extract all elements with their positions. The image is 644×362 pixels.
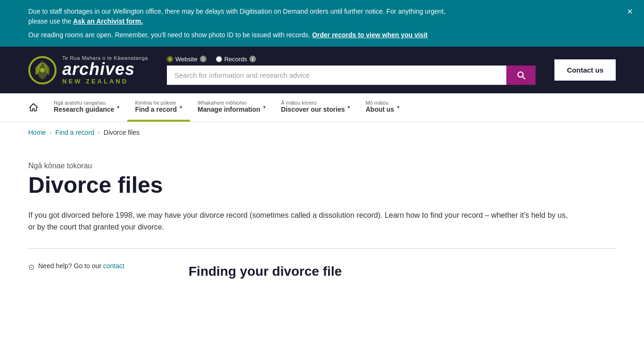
home-icon bbox=[28, 102, 39, 113]
logo-area: Te Rua Mahara o te Kāwanatanga aRCHIVeS … bbox=[28, 55, 148, 85]
banner-line2: Our reading rooms are open. Remember, yo… bbox=[28, 30, 616, 40]
nav-research-guidance-content: Ngā aratohu rangahau Research guidance bbox=[54, 100, 114, 113]
page-intro: If you got divorced before 1998, we may … bbox=[28, 209, 575, 233]
search-icon bbox=[516, 70, 526, 80]
nav-find-content: Kimihia he pūkete Find a record bbox=[135, 100, 177, 113]
order-records-link[interactable]: Order records to view when you visit bbox=[312, 31, 428, 39]
search-button[interactable] bbox=[506, 66, 536, 85]
breadcrumb: Home › Find a record › Divorce files bbox=[0, 122, 644, 143]
nav-discover-content: Ā mātou kōrero Discover our stories bbox=[281, 100, 345, 113]
logo-text: Te Rua Mahara o te Kāwanatanga aRCHIVeS … bbox=[62, 55, 148, 85]
nav-find-chevron: ▾ bbox=[180, 104, 182, 110]
nav-find-record[interactable]: Kimihia he pūkete Find a record ▾ bbox=[127, 93, 190, 122]
breadcrumb-find-link[interactable]: Find a record bbox=[55, 129, 94, 136]
banner-close-button[interactable]: × bbox=[627, 7, 633, 16]
main-nav: Ngā aratohu rangahau Research guidance ▾… bbox=[0, 93, 644, 122]
archivist-form-link[interactable]: Ask an Archivist form. bbox=[73, 17, 143, 25]
website-radio-label[interactable]: Website i bbox=[167, 56, 206, 63]
page-maori-title: Ngā kōnae tokorau bbox=[28, 162, 616, 170]
nav-about-chevron: ▾ bbox=[397, 104, 400, 110]
nav-manage-maori: Whakahere mōhiohio bbox=[198, 100, 260, 106]
nav-research-maori: Ngā aratohu rangahau bbox=[54, 100, 114, 106]
website-info-icon[interactable]: i bbox=[200, 56, 206, 62]
nav-manage-chevron: ▾ bbox=[263, 104, 266, 110]
nav-about-us[interactable]: Mō mātou About us ▾ bbox=[358, 93, 407, 122]
nav-about-maori: Mō mātou bbox=[365, 100, 394, 106]
page-title: Divorce files bbox=[28, 173, 616, 198]
help-icon: ⊙ bbox=[28, 263, 34, 272]
bottom-grid: ⊙ Need help? Go to our contact Finding y… bbox=[28, 262, 616, 279]
nav-research-chevron: ▾ bbox=[117, 104, 120, 110]
nav-manage-content: Whakahere mōhiohio Manage information bbox=[198, 100, 260, 113]
logo-nz-text: NEW ZEALAND bbox=[62, 78, 148, 85]
nav-about-english: About us bbox=[365, 106, 394, 113]
nav-manage-info[interactable]: Whakahere mōhiohio Manage information ▾ bbox=[190, 93, 273, 122]
section-title: Finding your divorce file bbox=[189, 264, 616, 279]
nav-manage-english: Manage information bbox=[198, 106, 260, 113]
breadcrumb-sep-2: › bbox=[98, 129, 100, 136]
nav-research-guidance[interactable]: Ngā aratohu rangahau Research guidance ▾ bbox=[46, 93, 127, 122]
banner-line1: Due to staff shortages in our Wellington… bbox=[28, 7, 616, 26]
nav-find-maori: Kimihia he pūkete bbox=[135, 100, 177, 106]
nav-discover-english: Discover our stories bbox=[281, 106, 345, 113]
main-content: Ngā kōnae tokorau Divorce files If you g… bbox=[0, 143, 644, 298]
records-radio-label[interactable]: Records i bbox=[216, 56, 256, 63]
svg-point-1 bbox=[40, 68, 45, 73]
search-radio-group: Website i Records i bbox=[167, 56, 536, 63]
contact-button[interactable]: Contact us bbox=[554, 59, 616, 81]
nav-research-english: Research guidance bbox=[54, 106, 114, 113]
nav-discover-chevron: ▾ bbox=[347, 104, 350, 110]
search-bar bbox=[167, 66, 536, 85]
nav-about-content: Mō mātou About us bbox=[365, 100, 394, 113]
nav-discover-maori: Ā mātou kōrero bbox=[281, 100, 345, 106]
breadcrumb-sep-1: › bbox=[50, 129, 51, 136]
breadcrumb-home-link[interactable]: Home bbox=[28, 129, 46, 136]
site-header: Te Rua Mahara o te Kāwanatanga aRCHIVeS … bbox=[0, 47, 644, 93]
website-radio[interactable] bbox=[167, 56, 173, 62]
search-area: Website i Records i bbox=[167, 56, 536, 85]
nav-home-button[interactable] bbox=[28, 93, 46, 122]
notification-banner: × Due to staff shortages in our Wellingt… bbox=[0, 0, 644, 47]
breadcrumb-current: Divorce files bbox=[104, 129, 140, 136]
logo-archives-text: aRCHIVeS bbox=[62, 61, 148, 78]
records-info-icon[interactable]: i bbox=[249, 56, 256, 62]
search-input[interactable] bbox=[167, 66, 507, 85]
content-divider bbox=[28, 248, 616, 249]
help-box: ⊙ Need help? Go to our contact bbox=[28, 262, 170, 272]
help-text: Need help? Go to our contact bbox=[38, 262, 124, 270]
nav-find-english: Find a record bbox=[135, 106, 177, 113]
section-title-area: Finding your divorce file bbox=[189, 262, 616, 279]
nav-discover-stories[interactable]: Ā mātou kōrero Discover our stories ▾ bbox=[273, 93, 358, 122]
contact-link[interactable]: contact bbox=[103, 262, 124, 270]
logo-icon[interactable] bbox=[28, 56, 57, 84]
records-radio[interactable] bbox=[216, 56, 222, 62]
